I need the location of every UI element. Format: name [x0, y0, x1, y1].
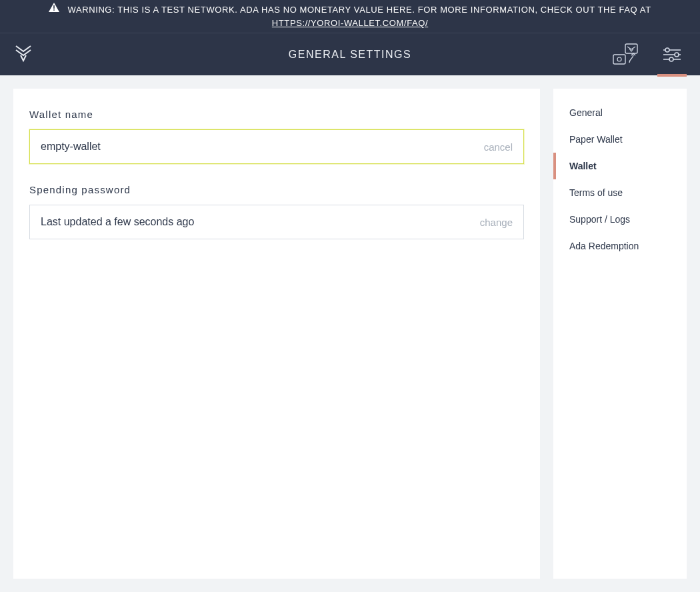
spending-password-change-button[interactable]: change — [472, 214, 513, 231]
warning-banner: WARNING: THIS IS A TEST NETWORK. ADA HAS… — [0, 0, 700, 33]
spending-password-status: Last updated a few seconds ago — [41, 216, 472, 228]
settings-sidebar: General Paper Wallet Wallet Terms of use… — [553, 89, 687, 579]
spending-password-label: Spending password — [29, 184, 524, 195]
wallet-name-row: cancel — [29, 129, 524, 164]
warning-text: WARNING: THIS IS A TEST NETWORK. ADA HAS… — [68, 5, 651, 15]
sidebar-item-general[interactable]: General — [553, 99, 687, 126]
content: Wallet name cancel Spending password Las… — [0, 75, 700, 592]
sidebar-item-label: Terms of use — [569, 187, 623, 198]
sidebar-item-support-logs[interactable]: Support / Logs — [553, 206, 687, 233]
page-title: GENERAL SETTINGS — [0, 49, 700, 61]
sidebar-item-label: Ada Redemption — [569, 241, 639, 251]
wallet-name-label: Wallet name — [29, 109, 524, 120]
wallet-name-cancel-button[interactable]: cancel — [476, 139, 513, 155]
app-logo-icon[interactable] — [13, 43, 33, 66]
settings-icon[interactable] — [657, 33, 687, 76]
warning-icon — [49, 3, 59, 16]
svg-point-6 — [665, 48, 669, 52]
sidebar-item-label: Paper Wallet — [569, 134, 623, 145]
header-bar: GENERAL SETTINGS — [0, 33, 700, 75]
svg-point-10 — [669, 57, 673, 61]
wallet-name-group: Wallet name cancel — [29, 109, 524, 164]
spending-password-group: Spending password Last updated a few sec… — [29, 184, 524, 239]
spending-password-row: Last updated a few seconds ago change — [29, 205, 524, 239]
svg-rect-3 — [613, 55, 625, 64]
wallets-icon[interactable] — [611, 33, 640, 76]
sidebar-item-terms-of-use[interactable]: Terms of use — [553, 179, 687, 206]
sidebar-item-wallet[interactable]: Wallet — [553, 153, 687, 179]
svg-rect-0 — [54, 5, 55, 9]
sidebar-item-paper-wallet[interactable]: Paper Wallet — [553, 126, 687, 153]
sidebar-item-ada-redemption[interactable]: Ada Redemption — [553, 233, 687, 259]
svg-point-4 — [617, 57, 621, 61]
svg-rect-1 — [54, 10, 55, 11]
svg-point-8 — [675, 53, 679, 57]
warning-link[interactable]: HTTPS://YOROI-WALLET.COM/FAQ/ — [272, 18, 428, 28]
sidebar-item-label: Wallet — [569, 161, 597, 171]
sidebar-item-label: General — [569, 107, 603, 118]
wallet-name-input[interactable] — [41, 141, 476, 153]
sidebar-item-label: Support / Logs — [569, 214, 630, 225]
main-panel: Wallet name cancel Spending password Las… — [13, 89, 540, 579]
